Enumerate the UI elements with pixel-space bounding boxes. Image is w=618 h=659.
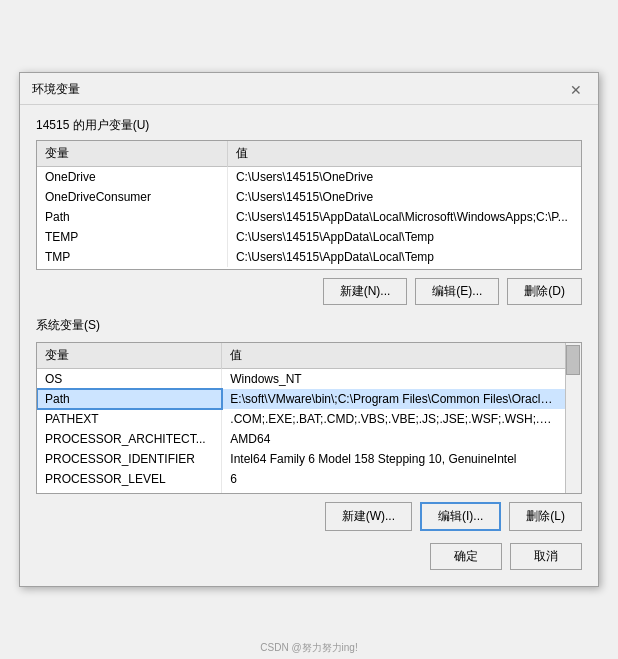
user-row-val: C:\Users\14515\AppData\Local\Microsoft\W… [227,207,581,227]
ok-button[interactable]: 确定 [430,543,502,570]
system-row-var: PROCESSOR_IDENTIFIER [37,449,222,469]
scrollbar[interactable] [565,343,581,493]
system-row-val: 9e0a [222,489,565,494]
system-table-row[interactable]: PROCESSOR_IDENTIFIERIntel64 Family 6 Mod… [37,449,565,469]
system-variables-table: 变量 值 OSWindows_NTPathE:\soft\VMware\bin\… [37,343,565,494]
system-table-body: OSWindows_NTPathE:\soft\VMware\bin\;C:\P… [37,369,565,495]
window-body: 14515 的用户变量(U) 变量 值 OneDriveC:\Users\145… [20,105,598,586]
user-table-row[interactable]: OneDriveC:\Users\14515\OneDrive [37,167,581,188]
user-edit-button[interactable]: 编辑(E)... [415,278,499,305]
system-col-var: 变量 [37,343,222,369]
user-col-val: 值 [227,141,581,167]
user-table-row[interactable]: PathC:\Users\14515\AppData\Local\Microso… [37,207,581,227]
title-bar: 环境变量 ✕ [20,73,598,105]
system-row-val: Intel64 Family 6 Model 158 Stepping 10, … [222,449,565,469]
user-row-val: C:\Users\14515\OneDrive [227,167,581,188]
user-buttons-row: 新建(N)... 编辑(E)... 删除(D) [36,278,582,305]
user-table-body: OneDriveC:\Users\14515\OneDriveOneDriveC… [37,167,581,268]
system-section-label: 系统变量(S) [36,317,582,334]
system-table-row[interactable]: PROCESSOR_ARCHITECT...AMD64 [37,429,565,449]
user-variables-table-container: 变量 值 OneDriveC:\Users\14515\OneDriveOneD… [36,140,582,270]
user-row-var: OneDrive [37,167,227,188]
environment-variables-window: 环境变量 ✕ 14515 的用户变量(U) 变量 值 OneDriveC:\Us… [19,72,599,587]
user-table-row[interactable]: TEMPC:\Users\14515\AppData\Local\Temp [37,227,581,247]
user-variables-table: 变量 值 OneDriveC:\Users\14515\OneDriveOneD… [37,141,581,267]
user-col-var: 变量 [37,141,227,167]
system-row-val: Windows_NT [222,369,565,390]
system-row-var: PROCESSOR_ARCHITECT... [37,429,222,449]
system-col-val: 值 [222,343,565,369]
user-row-val: C:\Users\14515\OneDrive [227,187,581,207]
cancel-button[interactable]: 取消 [510,543,582,570]
window-title: 环境变量 [32,81,80,98]
user-row-val: C:\Users\14515\AppData\Local\Temp [227,247,581,267]
system-table-row[interactable]: OSWindows_NT [37,369,565,390]
system-row-val: 6 [222,469,565,489]
user-table-row[interactable]: OneDriveConsumerC:\Users\14515\OneDrive [37,187,581,207]
system-edit-button[interactable]: 编辑(I)... [420,502,501,531]
system-row-val: E:\soft\VMware\bin\;C:\Program Files\Com… [222,389,565,409]
user-section-label: 14515 的用户变量(U) [36,117,582,134]
system-row-var: PATHEXT [37,409,222,429]
system-variables-table-container: 变量 值 OSWindows_NTPathE:\soft\VMware\bin\… [36,342,582,494]
user-row-var: Path [37,207,227,227]
system-row-var: Path [37,389,222,409]
watermark: CSDN @努力努力ing! [260,641,357,655]
user-row-val: C:\Users\14515\AppData\Local\Temp [227,227,581,247]
system-row-var: OS [37,369,222,390]
user-table-header: 变量 值 [37,141,581,167]
user-row-var: TEMP [37,227,227,247]
system-table-row[interactable]: PROCESSOR_LEVEL6 [37,469,565,489]
system-row-val: AMD64 [222,429,565,449]
system-table-row[interactable]: PROCESSOR_REVISION9e0a [37,489,565,494]
system-new-button[interactable]: 新建(W)... [325,502,412,531]
footer-buttons-row: 确定 取消 [36,543,582,570]
user-table-row[interactable]: TMPC:\Users\14515\AppData\Local\Temp [37,247,581,267]
user-row-var: TMP [37,247,227,267]
user-delete-button[interactable]: 删除(D) [507,278,582,305]
system-delete-button[interactable]: 删除(L) [509,502,582,531]
system-table-header: 变量 值 [37,343,565,369]
user-new-button[interactable]: 新建(N)... [323,278,408,305]
user-row-var: OneDriveConsumer [37,187,227,207]
system-table-row[interactable]: PATHEXT.COM;.EXE;.BAT;.CMD;.VBS;.VBE;.JS… [37,409,565,429]
system-buttons-row: 新建(W)... 编辑(I)... 删除(L) [36,502,582,531]
system-row-var: PROCESSOR_REVISION [37,489,222,494]
system-row-var: PROCESSOR_LEVEL [37,469,222,489]
scrollbar-thumb[interactable] [566,345,580,375]
close-button[interactable]: ✕ [566,83,586,97]
system-row-val: .COM;.EXE;.BAT;.CMD;.VBS;.VBE;.JS;.JSE;.… [222,409,565,429]
system-table-row[interactable]: PathE:\soft\VMware\bin\;C:\Program Files… [37,389,565,409]
